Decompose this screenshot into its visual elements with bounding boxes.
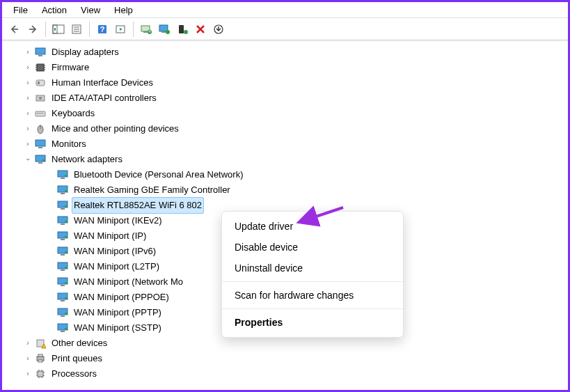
network-adapter-icon [56, 306, 69, 319]
svg-rect-21 [35, 48, 45, 54]
svg-rect-53 [61, 208, 65, 210]
context-update-driver[interactable]: Update driver [222, 216, 403, 237]
network-adapter-icon [56, 291, 69, 304]
tree-label: WAN Miniport (L2TP) [72, 258, 161, 275]
mouse-icon [34, 123, 47, 135]
update-driver-toolbar-button[interactable]: + [138, 21, 155, 38]
network-adapter-icon [56, 260, 69, 273]
svg-rect-35 [37, 113, 38, 114]
tree-item-mice[interactable]: › Mice and other pointing devices [6, 121, 568, 136]
disable-device-toolbar-button[interactable] [192, 21, 209, 38]
action-toolbar-button[interactable] [112, 21, 129, 38]
network-icon [34, 153, 47, 166]
tree-label: Realtek Gaming GbE Family Controller [72, 182, 232, 198]
tree-item-hid[interactable]: › Human Interface Devices [6, 75, 568, 91]
properties-toolbar-button[interactable] [68, 21, 85, 38]
tree-item-print-queues[interactable]: › Print queues [6, 351, 568, 366]
svg-rect-59 [61, 239, 65, 240]
help-toolbar-button[interactable]: ? [94, 21, 111, 38]
svg-rect-72 [65, 297, 68, 299]
svg-rect-60 [65, 236, 68, 237]
svg-rect-36 [39, 113, 40, 114]
svg-text:?: ? [100, 25, 105, 33]
scan-hardware-toolbar-button[interactable] [156, 21, 173, 38]
chevron-right-icon: › [23, 366, 33, 382]
svg-marker-10 [120, 28, 122, 31]
svg-rect-23 [37, 64, 44, 71]
chevron-right-icon: › [23, 91, 33, 106]
back-button[interactable] [6, 21, 23, 38]
tree-item-bluetooth-device[interactable]: Bluetooth Device (Personal Area Network) [6, 167, 568, 182]
tree-label: Keyboards [49, 105, 97, 122]
keyboard-icon [34, 107, 47, 120]
svg-rect-16 [161, 31, 166, 33]
menu-file[interactable]: File [6, 3, 35, 17]
svg-rect-78 [65, 328, 68, 329]
svg-rect-18 [179, 25, 184, 33]
tree-label: Realtek RTL8852AE WiFi 6 802 [72, 197, 204, 214]
tree-item-realtek-gbe[interactable]: Realtek Gaming GbE Family Controller [6, 182, 568, 198]
svg-rect-74 [61, 315, 65, 317]
svg-point-17 [166, 30, 170, 34]
tree-item-ide[interactable]: › IDE ATA/ATAPI controllers [6, 91, 568, 106]
printer-icon [34, 352, 47, 365]
svg-rect-42 [38, 147, 42, 148]
network-adapter-icon [56, 214, 69, 227]
svg-rect-54 [65, 205, 68, 207]
svg-rect-12 [143, 31, 148, 33]
menu-action[interactable]: Action [35, 3, 74, 17]
svg-rect-30 [36, 80, 45, 86]
context-menu: Update driver Disable device Uninstall d… [221, 211, 404, 338]
forward-button[interactable] [24, 21, 41, 38]
svg-rect-63 [65, 251, 68, 253]
tree-label: WAN Miniport (PPPOE) [72, 289, 171, 306]
context-properties[interactable]: Properties [222, 312, 403, 333]
svg-rect-75 [65, 313, 68, 314]
chevron-right-icon: › [23, 106, 33, 121]
svg-rect-48 [65, 175, 68, 176]
svg-rect-22 [38, 55, 42, 56]
svg-rect-71 [61, 300, 65, 301]
tree-label: Bluetooth Device (Personal Area Network) [72, 166, 246, 183]
install-legacy-toolbar-button[interactable] [210, 21, 227, 38]
chevron-right-icon: › [23, 121, 33, 136]
svg-rect-2 [54, 28, 56, 31]
tree-label: Print queues [49, 350, 104, 367]
toolbar-separator [45, 22, 46, 37]
tree-item-other-devices[interactable]: › Other devices [6, 336, 568, 351]
tree-label: Display adapters [49, 44, 121, 61]
menu-help[interactable]: Help [107, 3, 140, 17]
svg-rect-56 [61, 224, 65, 225]
tree-item-keyboards[interactable]: › Keyboards [6, 106, 568, 121]
uninstall-device-toolbar-button[interactable] [174, 21, 191, 38]
tree-item-display-adapters[interactable]: › Display adapters [6, 45, 568, 60]
svg-rect-37 [40, 113, 42, 114]
menu-view[interactable]: View [74, 3, 107, 17]
context-disable-device[interactable]: Disable device [222, 237, 403, 258]
chip-icon [34, 61, 47, 74]
tree-item-processors[interactable]: › Processors [6, 366, 568, 382]
show-hide-tree-button[interactable] [50, 21, 67, 38]
context-uninstall-device[interactable]: Uninstall device [222, 258, 403, 279]
tree-item-firmware[interactable]: › Firmware [6, 60, 568, 75]
context-scan-hardware[interactable]: Scan for hardware changes [222, 285, 403, 306]
tree-label: Monitors [49, 136, 88, 152]
tree-label: Network adapters [49, 151, 125, 168]
monitor-icon [34, 46, 47, 58]
svg-rect-82 [38, 354, 42, 356]
chevron-down-icon: › [20, 155, 35, 164]
svg-point-33 [39, 97, 42, 100]
svg-rect-44 [38, 162, 42, 164]
tree-label: Mice and other pointing devices [49, 120, 181, 137]
chevron-right-icon: › [23, 136, 33, 152]
svg-rect-69 [65, 282, 68, 283]
tree-label: IDE ATA/ATAPI controllers [49, 90, 159, 107]
tree-item-network-adapters[interactable]: › Network adapters [6, 152, 568, 167]
tree-label: WAN Miniport (Network Mo [72, 274, 185, 290]
tree-item-monitors[interactable]: › Monitors [6, 136, 568, 152]
svg-rect-84 [38, 371, 43, 377]
svg-text:+: + [148, 29, 151, 34]
chevron-right-icon: › [23, 60, 33, 75]
tree-label: Other devices [49, 335, 109, 352]
svg-rect-41 [35, 140, 45, 146]
